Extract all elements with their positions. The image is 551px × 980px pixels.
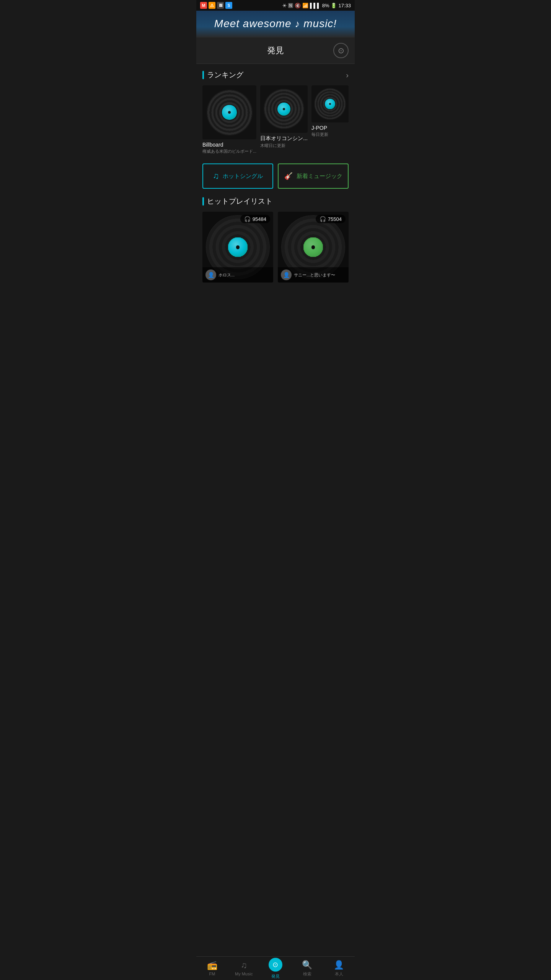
header-tagline: Meet awesome ♪ music! bbox=[202, 18, 349, 30]
new-music-button[interactable]: 🎸 新着ミュージック bbox=[278, 163, 349, 189]
vinyl-image-3 bbox=[311, 85, 349, 122]
main-content: ランキング › Billboard 権威ある米国のビルボード... bbox=[196, 64, 355, 315]
action-buttons-row: ♫ ホットシングル 🎸 新着ミュージック bbox=[196, 160, 355, 196]
wifi-icon: 📶 bbox=[302, 3, 308, 8]
avatar-icon-2: 👤 bbox=[283, 272, 290, 278]
vinyl-center-2 bbox=[277, 103, 290, 116]
vinyl-image-2 bbox=[260, 85, 308, 133]
play-count-1: 95484 bbox=[253, 216, 266, 222]
play-count-badge-2: 🎧 75504 bbox=[316, 215, 346, 223]
playlist-card-2[interactable]: 🎧 75504 👤 サニー...と思います〜 bbox=[278, 212, 349, 283]
status-bar: M ⚠ 🖼 S ⚹ N 🔇 📶 ▌▌▌ 8% 🔋 17:33 bbox=[196, 0, 355, 11]
bluetooth-icon: ⚹ bbox=[282, 2, 287, 8]
card-title-3: J-POP bbox=[311, 125, 349, 131]
disc-icon[interactable]: ⊙ bbox=[333, 43, 349, 58]
new-music-label: 新着ミュージック bbox=[297, 173, 342, 180]
battery-level: 8% bbox=[322, 3, 329, 8]
playlist-vinyl-img-1: 🎧 95484 👤 ホロス... bbox=[202, 212, 273, 283]
vinyl-record-2 bbox=[264, 89, 304, 129]
ranking-section: ランキング › Billboard 権威ある米国のビルボード... bbox=[196, 64, 355, 160]
signal-icon: ▌▌▌ bbox=[310, 3, 321, 8]
status-icon-image: 🖼 bbox=[217, 2, 224, 9]
status-icon-s: S bbox=[225, 2, 232, 9]
hot-singles-button[interactable]: ♫ ホットシングル bbox=[202, 163, 273, 189]
card-title-2: 日本オリコンシン... bbox=[260, 135, 308, 142]
playlist-avatar-1: 👤 bbox=[205, 270, 216, 280]
card-subtitle-3: 毎日更新 bbox=[311, 132, 349, 137]
card-subtitle-1: 権威ある米国のビルボード... bbox=[202, 149, 256, 154]
mute-icon: 🔇 bbox=[295, 3, 301, 8]
status-right-info: ⚹ N 🔇 📶 ▌▌▌ 8% 🔋 17:33 bbox=[282, 2, 351, 8]
headphone-icon-2: 🎧 bbox=[320, 216, 326, 222]
battery-icon: 🔋 bbox=[331, 3, 337, 8]
vinyl-record-1 bbox=[207, 90, 253, 136]
music-note-icon: ♪ bbox=[295, 18, 300, 30]
playlist-vinyl-img-2: 🎧 75504 👤 サニー...と思います〜 bbox=[278, 212, 349, 283]
playlist-section: ヒットプレイリスト 🎧 95484 👤 bbox=[196, 196, 355, 289]
vinyl-center-1 bbox=[222, 105, 236, 119]
playlist-vinyl-center-1 bbox=[228, 238, 248, 257]
page-title: 発見 bbox=[218, 45, 333, 56]
ranking-card-3[interactable]: J-POP 毎日更新 bbox=[311, 85, 349, 154]
accent-bar bbox=[202, 71, 204, 79]
playlist-bottom-2: 👤 サニー...と思います〜 bbox=[278, 267, 349, 283]
ranking-card-2[interactable]: 日本オリコンシン... 木曜日に更新 bbox=[260, 85, 308, 154]
playlist-vinyl-center-2 bbox=[304, 238, 323, 257]
page-title-bar: 発見 ⊙ bbox=[196, 38, 355, 64]
hot-singles-icon: ♫ bbox=[213, 171, 219, 181]
status-icon-m: M bbox=[200, 2, 207, 9]
playlist-card-1[interactable]: 🎧 95484 👤 ホロス... bbox=[202, 212, 273, 283]
playlist-grid: 🎧 95484 👤 ホロス... bbox=[202, 212, 349, 283]
header-text-music: music! bbox=[300, 18, 337, 29]
playlist-name-1: ホロス... bbox=[218, 272, 235, 278]
clock: 17:33 bbox=[338, 3, 351, 8]
play-count-badge-1: 🎧 95484 bbox=[240, 215, 270, 223]
app-header: Meet awesome ♪ music! bbox=[196, 11, 355, 38]
ranking-cards-container: Billboard 権威ある米国のビルボード... 日本オリコンシン... 木曜… bbox=[202, 85, 349, 154]
headphone-icon-1: 🎧 bbox=[244, 216, 251, 222]
play-count-2: 75504 bbox=[328, 216, 342, 222]
playlist-title: ヒットプレイリスト bbox=[202, 196, 272, 206]
vinyl-record-3 bbox=[314, 88, 346, 120]
nfc-icon: N bbox=[288, 3, 293, 8]
new-music-icon: 🎸 bbox=[284, 172, 293, 180]
card-title-1: Billboard bbox=[202, 142, 256, 148]
playlist-avatar-2: 👤 bbox=[281, 270, 292, 280]
playlist-title-row: ヒットプレイリスト bbox=[202, 196, 349, 206]
header-text-meet: Meet awesome bbox=[214, 18, 295, 29]
card-subtitle-2: 木曜日に更新 bbox=[260, 143, 308, 149]
hot-singles-label: ホットシングル bbox=[223, 173, 263, 180]
playlist-accent-bar bbox=[202, 197, 204, 206]
playlist-name-2: サニー...と思います〜 bbox=[294, 272, 335, 278]
status-icon-warning: ⚠ bbox=[209, 2, 215, 9]
ranking-card-1[interactable]: Billboard 権威ある米国のビルボード... bbox=[202, 85, 256, 154]
ranking-title: ランキング bbox=[202, 70, 243, 80]
vinyl-center-3 bbox=[325, 99, 335, 109]
ranking-title-row: ランキング › bbox=[202, 70, 349, 80]
vinyl-image-1 bbox=[202, 85, 256, 139]
playlist-bottom-1: 👤 ホロス... bbox=[202, 267, 273, 283]
avatar-icon-1: 👤 bbox=[208, 272, 214, 278]
status-left-icons: M ⚠ 🖼 S bbox=[200, 2, 232, 9]
ranking-more-button[interactable]: › bbox=[346, 71, 349, 80]
